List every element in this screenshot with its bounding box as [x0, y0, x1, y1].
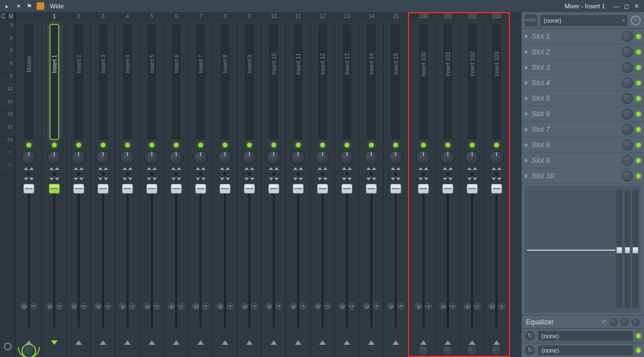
volume-fader[interactable]	[73, 184, 84, 194]
volume-fader[interactable]	[23, 184, 34, 194]
fx-enable-icon[interactable]: ⏻	[439, 303, 446, 309]
minimize-icon[interactable]: ―	[612, 2, 621, 11]
mute-led[interactable]	[393, 143, 398, 147]
send-knob[interactable]	[417, 345, 430, 357]
send-arrow-icon[interactable]	[75, 340, 82, 345]
slot-open-icon[interactable]	[525, 143, 528, 147]
mute-led[interactable]	[470, 143, 474, 147]
insert-channel[interactable]: Insert 9⏻◔	[237, 21, 262, 357]
insert-channel[interactable]: Insert 7⏻◔	[188, 21, 213, 357]
clock-icon[interactable]: ◔	[449, 303, 456, 309]
clock-icon[interactable]: ◔	[425, 303, 432, 309]
track-number[interactable]: 7	[188, 12, 213, 21]
mute-led[interactable]	[345, 143, 349, 147]
track-number[interactable]: 102	[460, 12, 484, 21]
insert-channel[interactable]: Insert 8⏻◔	[213, 21, 237, 357]
mute-led[interactable]	[272, 143, 276, 147]
volume-fader[interactable]	[442, 184, 453, 194]
eq-mid-fader[interactable]	[625, 190, 631, 308]
insert-channel[interactable]: Insert 12⏻◔	[310, 21, 335, 357]
insert-channel[interactable]: Insert 4⏻◔	[115, 21, 140, 357]
fx-enable-icon[interactable]: ⏻	[70, 303, 77, 309]
output-routing-b-dropdown[interactable]: (none)	[538, 345, 633, 355]
stereo-sep[interactable]	[342, 167, 352, 180]
fx-enable-icon[interactable]: ⏻	[314, 303, 321, 309]
send-arrow-icon[interactable]	[392, 340, 399, 345]
stereo-sep[interactable]	[24, 167, 34, 180]
mute-led[interactable]	[320, 143, 325, 147]
stereo-sep[interactable]	[467, 167, 477, 180]
output-cycle-b-icon[interactable]: ↻	[525, 345, 535, 355]
volume-fader[interactable]	[390, 184, 401, 194]
mute-led[interactable]	[150, 143, 154, 147]
play-icon[interactable]: ▸	[3, 2, 11, 10]
slot-mix-knob[interactable]	[622, 124, 633, 135]
bird-icon[interactable]: ✶	[14, 2, 22, 10]
track-number[interactable]: 5	[140, 12, 164, 21]
send-arrow-icon[interactable]	[368, 340, 375, 345]
clock-icon[interactable]: ◔	[349, 303, 355, 309]
volume-fader[interactable]	[195, 184, 206, 194]
track-number[interactable]: 13	[335, 12, 359, 21]
insert-channel[interactable]: Insert 101⏻◔	[436, 21, 460, 357]
send-arrow-icon[interactable]	[344, 340, 350, 345]
volume-fader[interactable]	[219, 184, 231, 194]
mute-led[interactable]	[52, 143, 57, 147]
clock-icon[interactable]: ◔	[56, 303, 63, 309]
stereo-sep[interactable]	[220, 167, 230, 180]
insert-channel[interactable]: Insert 14⏻◔	[359, 21, 384, 357]
fx-enable-icon[interactable]: ⏻	[95, 303, 101, 309]
slot-open-icon[interactable]	[525, 158, 528, 163]
stereo-sep[interactable]	[269, 167, 279, 180]
mute-led[interactable]	[27, 143, 31, 147]
fx-enable-icon[interactable]: ⏻	[464, 303, 471, 309]
pan-knob[interactable]	[291, 151, 305, 165]
mute-led[interactable]	[76, 143, 81, 147]
slot-enable-led[interactable]	[636, 81, 641, 85]
fx-enable-icon[interactable]: ⏻	[119, 303, 126, 309]
output-routing-a-dropdown[interactable]: (none)	[538, 331, 633, 341]
pan-knob[interactable]	[145, 151, 159, 165]
slot-mix-knob[interactable]	[622, 155, 633, 166]
pan-knob[interactable]	[465, 151, 479, 165]
pan-knob[interactable]	[489, 151, 504, 165]
eq-knob-1[interactable]	[610, 318, 617, 326]
stereo-sep[interactable]	[244, 167, 254, 180]
stereo-sep[interactable]	[49, 167, 59, 180]
view-mode-label[interactable]: Wide	[50, 3, 64, 9]
fx-slot[interactable]: Slot 4	[522, 75, 644, 91]
volume-fader[interactable]	[171, 184, 182, 194]
mute-led[interactable]	[174, 143, 178, 147]
track-number[interactable]: 4	[115, 12, 140, 21]
send-arrow-icon[interactable]	[173, 340, 180, 345]
mute-led[interactable]	[421, 143, 426, 147]
mute-led[interactable]	[369, 143, 374, 147]
send-arrow-icon[interactable]	[469, 340, 476, 345]
clock-icon[interactable]: ◔	[202, 303, 209, 309]
pan-knob[interactable]	[416, 151, 431, 165]
track-number[interactable]: 15	[384, 12, 408, 21]
clock-icon[interactable]: ◔	[373, 303, 380, 309]
master-channel[interactable]: Master⏻◔	[16, 21, 42, 357]
pan-knob[interactable]	[169, 151, 183, 165]
track-number[interactable]: 8	[213, 12, 237, 21]
mute-led[interactable]	[247, 143, 252, 147]
stereo-sep[interactable]	[443, 167, 453, 180]
fx-enable-icon[interactable]: ⏻	[339, 303, 345, 309]
mute-led[interactable]	[296, 143, 300, 147]
clock-icon[interactable]: ◔	[474, 303, 481, 309]
mute-led[interactable]	[125, 143, 130, 147]
pan-knob[interactable]	[120, 151, 135, 165]
send-arrow-icon[interactable]	[222, 340, 228, 345]
fx-enable-icon[interactable]: ⏻	[21, 303, 27, 309]
insert-channel[interactable]: Insert 13⏻◔	[335, 21, 359, 357]
close-icon[interactable]: ✕	[632, 2, 641, 11]
stereo-sep[interactable]	[74, 167, 84, 180]
slot-open-icon[interactable]	[525, 50, 528, 54]
slot-enable-led[interactable]	[636, 127, 641, 132]
insert-channel[interactable]: Insert 100⏻◔	[411, 21, 436, 357]
clock-icon[interactable]: ◔	[498, 303, 505, 309]
stereo-sep[interactable]	[98, 167, 108, 180]
pan-knob[interactable]	[267, 151, 281, 165]
stereo-sep[interactable]	[171, 167, 181, 180]
